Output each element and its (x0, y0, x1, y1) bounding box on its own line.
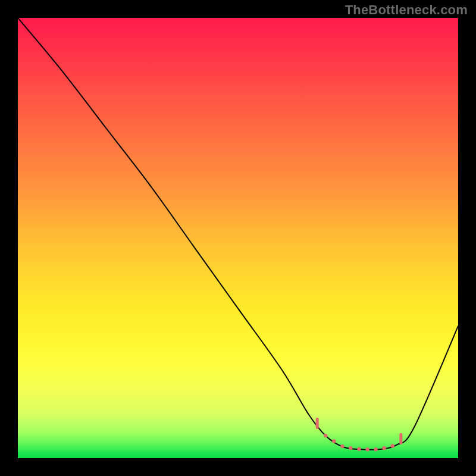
flat-region-dot (332, 439, 336, 443)
plot-area (18, 18, 458, 458)
attribution-text: TheBottleneck.com (345, 2, 468, 18)
flat-region-dot (349, 446, 352, 450)
chart-frame: TheBottleneck.com (0, 0, 476, 476)
bottleneck-curve (18, 18, 458, 450)
flat-region-dot (324, 434, 327, 437)
flat-region-dot (391, 444, 394, 447)
flat-region-dot (374, 447, 377, 451)
flat-region-markers (317, 419, 401, 452)
flat-region-dot (357, 447, 361, 451)
curve-layer (18, 18, 458, 458)
flat-region-dot (340, 444, 344, 448)
flat-region-dot (365, 447, 369, 451)
flat-region-dot (382, 446, 386, 450)
